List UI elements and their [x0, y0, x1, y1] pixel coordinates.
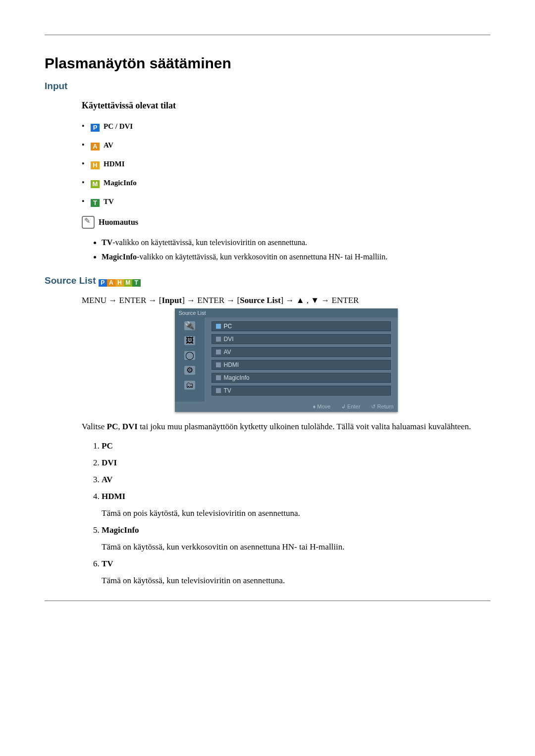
desc-text: Valitse	[82, 422, 107, 431]
osd-item-label: PC	[224, 323, 232, 330]
rule-bottom	[45, 601, 490, 601]
note-rest: -valikko on käytettävissä, kun televisio…	[112, 238, 307, 247]
osd-foot-label: Move	[317, 403, 330, 409]
desc-bold: DVI	[122, 422, 138, 431]
nav-sequence: MENU → ENTER → [Input] → ENTER → [Source…	[82, 296, 490, 305]
osd-item-label: AV	[224, 349, 231, 355]
osd-foot-label: Enter	[347, 403, 360, 409]
page-title: Plasmanäytön säätäminen	[45, 55, 490, 72]
bullet-icon: •	[82, 122, 89, 131]
enum-item-tv: TV Tämä on käytössä, kun televisioviriti…	[102, 559, 490, 586]
h-icon: H	[91, 161, 100, 169]
osd-item-tv: TV	[212, 386, 391, 396]
check-icon	[216, 324, 221, 329]
enum-note: Tämä on pois käytöstä, kun televisioviri…	[102, 508, 490, 518]
mode-label: MagicInfo	[104, 179, 137, 187]
osd-foot-return: ↺ Return	[371, 403, 393, 410]
note-bold: TV	[102, 238, 112, 247]
nav-text: ] → ▲ , ▼ → ENTER	[281, 296, 359, 305]
osd-foot-enter: ↲ Enter	[341, 403, 360, 410]
note-item-magicinfo: MagicInfo-valikko on käytettävissä, kun …	[102, 250, 490, 264]
nav-bold: Source List	[240, 296, 280, 305]
nav-text: ] → ENTER → [	[182, 296, 240, 305]
nav-text: MENU → ENTER → [	[82, 296, 161, 305]
mode-item-hdmi: • H HDMI	[82, 159, 490, 169]
note-list: TV-valikko on käytettävissä, kun televis…	[82, 236, 490, 264]
nav-bold: Input	[161, 296, 182, 305]
mode-item-tv: • T TV	[82, 197, 490, 207]
osd-item-dvi: DVI	[212, 334, 391, 344]
check-icon	[216, 350, 221, 354]
enum-item-pc: PC	[102, 441, 490, 451]
section-source-list-heading: Source List PAHMT	[45, 275, 490, 287]
mode-item-av: • A AV	[82, 141, 490, 151]
source-list-body: MENU → ENTER → [Input] → ENTER → [Source…	[82, 296, 490, 586]
desc-text: tai joku muu plasmanäyttöön kytketty ulk…	[138, 422, 471, 431]
mode-label: HDMI	[104, 160, 125, 168]
osd-item-label: DVI	[224, 336, 234, 343]
check-icon	[216, 375, 221, 380]
m-icon: M	[91, 180, 100, 188]
mode-label: AV	[104, 141, 113, 149]
osd-main: PC DVI AV HDMI MagicInfo TV	[205, 317, 398, 402]
a-icon: A	[91, 143, 100, 151]
osd-menu: Source List 🔌 🖼 ◯ ⚙ 🗂 PC DVI AV HDMI Mag…	[175, 308, 398, 412]
osd-sidebar: 🔌 🖼 ◯ ⚙ 🗂	[175, 317, 205, 402]
h-icon: H	[115, 279, 124, 287]
p-icon: P	[99, 279, 107, 287]
desc-text: ,	[118, 422, 122, 431]
section-input-heading: Input	[45, 81, 490, 92]
mode-item-pc-dvi: • P PC / DVI	[82, 122, 490, 132]
enum-label: PC	[102, 441, 113, 451]
osd-item-label: TV	[224, 387, 231, 394]
osd-body: 🔌 🖼 ◯ ⚙ 🗂 PC DVI AV HDMI MagicInfo TV	[175, 317, 398, 402]
bullet-icon: •	[82, 197, 89, 206]
source-list-icons: PAHMT	[99, 275, 141, 286]
enum-label: HDMI	[102, 492, 125, 501]
osd-item-label: MagicInfo	[224, 374, 250, 381]
osd-side-icon: 🔌	[184, 321, 195, 330]
m-icon: M	[124, 279, 132, 287]
check-icon	[216, 362, 221, 367]
mode-label: PC / DVI	[104, 122, 133, 130]
bullet-icon: •	[82, 141, 89, 150]
mode-label: TV	[104, 198, 114, 205]
osd-item-pc: PC	[212, 321, 391, 331]
osd-side-icon: 🖼	[184, 336, 195, 345]
bullet-icon: •	[82, 178, 89, 187]
enum-note: Tämä on käytössä, kun verkkosovitin on a…	[102, 542, 490, 552]
note-item-tv: TV-valikko on käytettävissä, kun televis…	[102, 236, 490, 250]
t-icon: T	[132, 279, 141, 287]
enum-label: AV	[102, 475, 112, 484]
a-icon: A	[107, 279, 115, 287]
source-enum-list: PC DVI AV HDMI Tämä on pois käytöstä, ku…	[82, 441, 490, 586]
mode-item-magicinfo: • M MagicInfo	[82, 178, 490, 188]
osd-item-hdmi: HDMI	[212, 360, 391, 370]
enum-item-magicinfo: MagicInfo Tämä on käytössä, kun verkkoso…	[102, 525, 490, 552]
enum-item-av: AV	[102, 475, 490, 485]
enum-item-dvi: DVI	[102, 458, 490, 468]
osd-side-icon: ◯	[184, 351, 195, 360]
osd-header: Source List	[175, 308, 398, 317]
p-icon: P	[91, 124, 100, 132]
enum-label: DVI	[102, 458, 117, 467]
osd-item-magicinfo: MagicInfo	[212, 373, 391, 383]
input-section-body: Käytettävissä olevat tilat • P PC / DVI …	[82, 101, 490, 264]
note-icon	[82, 216, 95, 229]
enum-label: MagicInfo	[102, 525, 139, 535]
check-icon	[216, 337, 221, 342]
note-header: Huomautus	[82, 216, 490, 229]
source-list-text: Source List	[45, 275, 96, 286]
bullet-icon: •	[82, 159, 89, 168]
osd-side-icon: 🗂	[184, 381, 195, 390]
enum-item-hdmi: HDMI Tämä on pois käytöstä, kun televisi…	[102, 492, 490, 518]
osd-side-icon: ⚙	[184, 366, 195, 375]
osd-foot-move: ♦ Move	[313, 403, 330, 410]
note-rest: -valikko on käytettävissä, kun verkkosov…	[137, 252, 387, 261]
note-bold: MagicInfo	[102, 252, 137, 261]
osd-footer: ♦ Move ↲ Enter ↺ Return	[175, 402, 398, 412]
enum-label: TV	[102, 559, 113, 568]
osd-item-label: HDMI	[224, 361, 239, 368]
note-label: Huomautus	[99, 218, 138, 226]
rule-top	[45, 35, 490, 35]
